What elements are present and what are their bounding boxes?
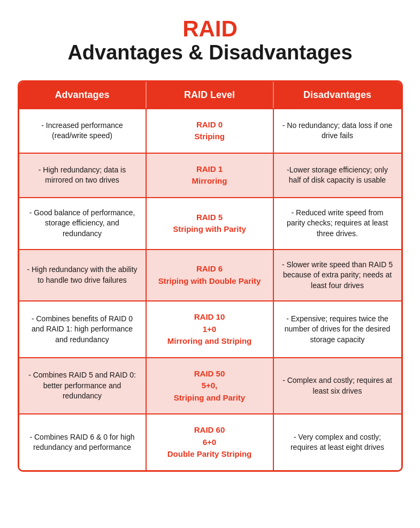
table-row: - Combines RAID 6 & 0 for high redundanc… [19,413,401,470]
cell-raid-level: RAID 0Striping [147,108,274,153]
header-advantages: Advantages [19,82,147,108]
cell-raid-level: RAID 505+0,Striping and Parity [147,357,274,414]
cell-advantage: - Increased performance (read/write spee… [19,108,147,153]
cell-disadvantage: - Slower write speed than RAID 5 because… [274,249,401,301]
cell-advantage: - Combines benefits of RAID 0 and RAID 1… [19,300,147,357]
cell-advantage: - High redundancy with the ability to ha… [19,249,147,301]
cell-raid-level: RAID 1Mirroring [147,153,274,197]
cell-raid-level: RAID 6Striping with Double Parity [147,249,274,301]
title-subtitle: Advantages & Disadvantages [67,42,352,64]
cell-raid-level: RAID 606+0Double Parity Striping [147,413,274,470]
cell-disadvantage: - No redundancy; data loss if one drive … [274,108,401,153]
cell-advantage: - Combines RAID 5 and RAID 0: better per… [19,357,147,414]
cell-disadvantage: - Reduced write speed from parity checks… [274,197,401,249]
title-raid: RAID [67,16,352,42]
cell-advantage: - Combines RAID 6 & 0 for high redundanc… [19,413,147,470]
cell-disadvantage: - Complex and costly; requires at least … [274,357,401,414]
table-row: - High redundancy; data is mirrored on t… [19,153,401,197]
cell-disadvantage: -Lower storage efficiency; only half of … [274,153,401,197]
cell-advantage: - High redundancy; data is mirrored on t… [19,153,147,197]
table-row: - Good balance of performance, storage e… [19,197,401,249]
raid-table: Advantages RAID Level Disadvantages - In… [18,80,403,472]
table-header: Advantages RAID Level Disadvantages [19,82,401,108]
cell-raid-level: RAID 5Striping with Parity [147,197,274,249]
cell-disadvantage: - Expensive; requires twice the number o… [274,300,401,357]
cell-disadvantage: - Very complex and costly; requires at l… [274,413,401,470]
table-row: - Combines RAID 5 and RAID 0: better per… [19,357,401,414]
table-row: - High redundancy with the ability to ha… [19,249,401,301]
table-row: - Combines benefits of RAID 0 and RAID 1… [19,300,401,357]
cell-raid-level: RAID 101+0Mirroring and Striping [147,300,274,357]
header-raid-level: RAID Level [147,82,274,108]
table-row: - Increased performance (read/write spee… [19,108,401,153]
header-disadvantages: Disadvantages [274,82,401,108]
table-body: - Increased performance (read/write spee… [19,108,401,470]
page-title: RAID Advantages & Disadvantages [67,16,352,64]
cell-advantage: - Good balance of performance, storage e… [19,197,147,249]
